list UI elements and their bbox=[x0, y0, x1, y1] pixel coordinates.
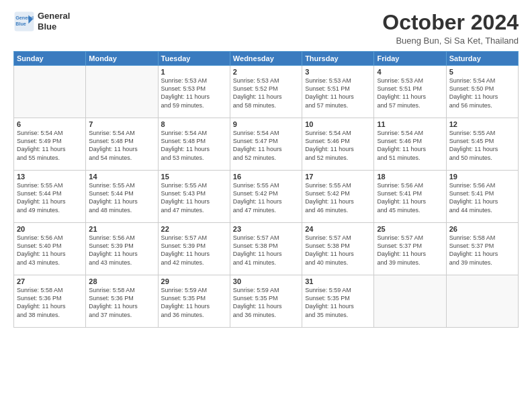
calendar-cell: 17Sunrise: 5:55 AM Sunset: 5:42 PM Dayli… bbox=[302, 171, 374, 223]
day-number: 13 bbox=[17, 173, 83, 181]
day-info: Sunrise: 5:53 AM Sunset: 5:51 PM Dayligh… bbox=[305, 77, 371, 109]
weekday-header: Monday bbox=[86, 52, 158, 66]
day-info: Sunrise: 5:53 AM Sunset: 5:53 PM Dayligh… bbox=[161, 77, 227, 109]
day-number: 4 bbox=[377, 68, 443, 76]
day-number: 22 bbox=[161, 225, 227, 233]
day-info: Sunrise: 5:55 AM Sunset: 5:44 PM Dayligh… bbox=[89, 181, 154, 214]
calendar-cell: 2Sunrise: 5:53 AM Sunset: 5:52 PM Daylig… bbox=[230, 66, 302, 118]
day-info: Sunrise: 5:58 AM Sunset: 5:36 PM Dayligh… bbox=[89, 286, 154, 319]
day-info: Sunrise: 5:56 AM Sunset: 5:41 PM Dayligh… bbox=[449, 181, 515, 214]
day-number: 27 bbox=[17, 277, 83, 285]
day-number: 9 bbox=[233, 120, 299, 128]
day-number: 6 bbox=[17, 120, 83, 128]
day-number: 20 bbox=[17, 225, 83, 233]
calendar-week-row: 1Sunrise: 5:53 AM Sunset: 5:53 PM Daylig… bbox=[14, 66, 519, 118]
weekday-header: Wednesday bbox=[230, 52, 302, 66]
day-info: Sunrise: 5:55 AM Sunset: 5:43 PM Dayligh… bbox=[161, 181, 227, 214]
calendar-cell: 16Sunrise: 5:55 AM Sunset: 5:42 PM Dayli… bbox=[230, 171, 302, 223]
day-info: Sunrise: 5:56 AM Sunset: 5:40 PM Dayligh… bbox=[17, 234, 83, 267]
calendar-cell: 8Sunrise: 5:54 AM Sunset: 5:48 PM Daylig… bbox=[158, 118, 230, 171]
weekday-header: Saturday bbox=[446, 52, 518, 66]
day-number: 25 bbox=[377, 225, 443, 233]
day-number: 28 bbox=[89, 277, 154, 285]
calendar-cell: 15Sunrise: 5:55 AM Sunset: 5:43 PM Dayli… bbox=[158, 171, 230, 223]
title-block: October 2024 Bueng Bun, Si Sa Ket, Thail… bbox=[382, 11, 519, 46]
day-number: 3 bbox=[305, 68, 371, 76]
calendar-cell: 28Sunrise: 5:58 AM Sunset: 5:36 PM Dayli… bbox=[86, 275, 158, 328]
day-number: 8 bbox=[161, 120, 227, 128]
calendar-cell: 4Sunrise: 5:53 AM Sunset: 5:51 PM Daylig… bbox=[374, 66, 446, 118]
day-number: 7 bbox=[89, 120, 154, 128]
day-number: 26 bbox=[449, 225, 515, 233]
calendar-cell: 6Sunrise: 5:54 AM Sunset: 5:49 PM Daylig… bbox=[14, 118, 86, 171]
calendar-cell: 30Sunrise: 5:59 AM Sunset: 5:35 PM Dayli… bbox=[230, 275, 302, 328]
day-number: 29 bbox=[161, 277, 227, 285]
day-number: 14 bbox=[89, 173, 154, 181]
calendar-week-row: 27Sunrise: 5:58 AM Sunset: 5:36 PM Dayli… bbox=[14, 275, 519, 328]
day-number: 16 bbox=[233, 173, 299, 181]
day-info: Sunrise: 5:59 AM Sunset: 5:35 PM Dayligh… bbox=[161, 286, 227, 319]
calendar-cell: 27Sunrise: 5:58 AM Sunset: 5:36 PM Dayli… bbox=[14, 275, 86, 328]
calendar-cell: 1Sunrise: 5:53 AM Sunset: 5:53 PM Daylig… bbox=[158, 66, 230, 118]
calendar-cell: 7Sunrise: 5:54 AM Sunset: 5:48 PM Daylig… bbox=[86, 118, 158, 171]
calendar-cell: 21Sunrise: 5:56 AM Sunset: 5:39 PM Dayli… bbox=[86, 223, 158, 275]
calendar-week-row: 6Sunrise: 5:54 AM Sunset: 5:49 PM Daylig… bbox=[14, 118, 519, 171]
calendar-cell: 10Sunrise: 5:54 AM Sunset: 5:46 PM Dayli… bbox=[302, 118, 374, 171]
day-info: Sunrise: 5:57 AM Sunset: 5:37 PM Dayligh… bbox=[377, 234, 443, 267]
day-number: 30 bbox=[233, 277, 299, 285]
day-info: Sunrise: 5:57 AM Sunset: 5:38 PM Dayligh… bbox=[233, 234, 299, 267]
weekday-header: Sunday bbox=[14, 52, 86, 66]
day-number: 18 bbox=[377, 173, 443, 181]
calendar-cell bbox=[86, 66, 158, 118]
day-number: 21 bbox=[89, 225, 154, 233]
day-info: Sunrise: 5:54 AM Sunset: 5:48 PM Dayligh… bbox=[161, 129, 227, 162]
calendar-cell: 13Sunrise: 5:55 AM Sunset: 5:44 PM Dayli… bbox=[14, 171, 86, 223]
day-number: 17 bbox=[305, 173, 371, 181]
day-number: 11 bbox=[377, 120, 443, 128]
day-info: Sunrise: 5:53 AM Sunset: 5:51 PM Dayligh… bbox=[377, 77, 443, 109]
calendar-cell: 22Sunrise: 5:57 AM Sunset: 5:39 PM Dayli… bbox=[158, 223, 230, 275]
calendar-header-row: SundayMondayTuesdayWednesdayThursdayFrid… bbox=[14, 52, 519, 66]
day-number: 24 bbox=[305, 225, 371, 233]
calendar-cell: 25Sunrise: 5:57 AM Sunset: 5:37 PM Dayli… bbox=[374, 223, 446, 275]
day-info: Sunrise: 5:57 AM Sunset: 5:38 PM Dayligh… bbox=[305, 234, 371, 267]
day-number: 15 bbox=[161, 173, 227, 181]
day-info: Sunrise: 5:54 AM Sunset: 5:47 PM Dayligh… bbox=[233, 129, 299, 162]
calendar-cell: 20Sunrise: 5:56 AM Sunset: 5:40 PM Dayli… bbox=[14, 223, 86, 275]
day-number: 5 bbox=[449, 68, 515, 76]
calendar-cell: 31Sunrise: 5:59 AM Sunset: 5:35 PM Dayli… bbox=[302, 275, 374, 328]
calendar-cell: 12Sunrise: 5:55 AM Sunset: 5:45 PM Dayli… bbox=[446, 118, 518, 171]
calendar-cell: 24Sunrise: 5:57 AM Sunset: 5:38 PM Dayli… bbox=[302, 223, 374, 275]
day-info: Sunrise: 5:54 AM Sunset: 5:46 PM Dayligh… bbox=[377, 129, 443, 162]
calendar-cell: 29Sunrise: 5:59 AM Sunset: 5:35 PM Dayli… bbox=[158, 275, 230, 328]
month-title: October 2024 bbox=[382, 11, 519, 34]
svg-text:Blue: Blue bbox=[15, 21, 26, 27]
day-info: Sunrise: 5:57 AM Sunset: 5:39 PM Dayligh… bbox=[161, 234, 227, 267]
day-number: 31 bbox=[305, 277, 371, 285]
day-number: 19 bbox=[449, 173, 515, 181]
calendar-cell: 3Sunrise: 5:53 AM Sunset: 5:51 PM Daylig… bbox=[302, 66, 374, 118]
calendar-week-row: 13Sunrise: 5:55 AM Sunset: 5:44 PM Dayli… bbox=[14, 171, 519, 223]
logo-text: General Blue bbox=[38, 11, 70, 32]
page: General Blue General Blue October 2024 B… bbox=[0, 0, 532, 411]
weekday-header: Friday bbox=[374, 52, 446, 66]
subtitle: Bueng Bun, Si Sa Ket, Thailand bbox=[382, 36, 519, 46]
day-info: Sunrise: 5:59 AM Sunset: 5:35 PM Dayligh… bbox=[233, 286, 299, 319]
day-info: Sunrise: 5:56 AM Sunset: 5:39 PM Dayligh… bbox=[89, 234, 154, 267]
day-info: Sunrise: 5:58 AM Sunset: 5:36 PM Dayligh… bbox=[17, 286, 83, 319]
calendar-cell: 18Sunrise: 5:56 AM Sunset: 5:41 PM Dayli… bbox=[374, 171, 446, 223]
calendar-cell bbox=[14, 66, 86, 118]
calendar-cell: 9Sunrise: 5:54 AM Sunset: 5:47 PM Daylig… bbox=[230, 118, 302, 171]
day-info: Sunrise: 5:55 AM Sunset: 5:44 PM Dayligh… bbox=[17, 181, 83, 214]
calendar-cell: 19Sunrise: 5:56 AM Sunset: 5:41 PM Dayli… bbox=[446, 171, 518, 223]
day-number: 10 bbox=[305, 120, 371, 128]
logo-icon: General Blue bbox=[13, 11, 35, 32]
day-info: Sunrise: 5:59 AM Sunset: 5:35 PM Dayligh… bbox=[305, 286, 371, 319]
day-info: Sunrise: 5:55 AM Sunset: 5:42 PM Dayligh… bbox=[305, 181, 371, 214]
calendar-cell: 5Sunrise: 5:54 AM Sunset: 5:50 PM Daylig… bbox=[446, 66, 518, 118]
weekday-header: Tuesday bbox=[158, 52, 230, 66]
day-info: Sunrise: 5:56 AM Sunset: 5:41 PM Dayligh… bbox=[377, 181, 443, 214]
day-info: Sunrise: 5:58 AM Sunset: 5:37 PM Dayligh… bbox=[449, 234, 515, 267]
day-info: Sunrise: 5:55 AM Sunset: 5:42 PM Dayligh… bbox=[233, 181, 299, 214]
day-info: Sunrise: 5:53 AM Sunset: 5:52 PM Dayligh… bbox=[233, 77, 299, 109]
